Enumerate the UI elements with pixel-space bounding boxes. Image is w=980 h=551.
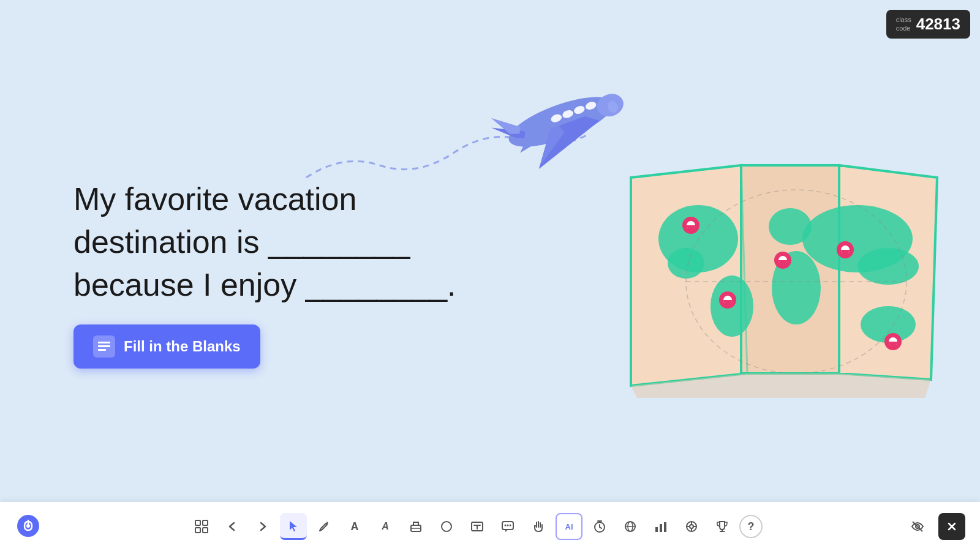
svg-point-53 bbox=[442, 522, 451, 531]
textbox-button[interactable] bbox=[464, 513, 491, 540]
trophy-button[interactable] bbox=[709, 513, 736, 540]
svg-rect-62 bbox=[655, 527, 658, 532]
svg-rect-45 bbox=[98, 349, 106, 351]
toolbar-left bbox=[15, 513, 47, 540]
content-text: My favorite vacation destination is ____… bbox=[74, 178, 456, 307]
hand-button[interactable] bbox=[525, 513, 552, 540]
svg-rect-63 bbox=[660, 524, 662, 532]
chart-button[interactable] bbox=[647, 513, 674, 540]
pen-button[interactable] bbox=[311, 513, 337, 540]
text-line3: because I enjoy ________. bbox=[74, 263, 456, 306]
svg-rect-49 bbox=[203, 520, 208, 525]
svg-point-58 bbox=[510, 525, 511, 527]
text-line2: destination is ________ bbox=[74, 220, 456, 263]
map-illustration bbox=[625, 159, 943, 398]
exit-button[interactable] bbox=[938, 513, 965, 540]
laser-button[interactable] bbox=[617, 513, 644, 540]
toolbar-right bbox=[904, 513, 965, 540]
class-code-label: class code bbox=[896, 16, 911, 32]
shape-button[interactable] bbox=[433, 513, 460, 540]
ai-button[interactable]: AI bbox=[556, 513, 582, 540]
text-style-button[interactable]: A bbox=[372, 513, 399, 540]
text-line1: My favorite vacation bbox=[74, 178, 456, 220]
svg-rect-43 bbox=[98, 342, 110, 343]
eraser-button[interactable] bbox=[402, 513, 429, 540]
grid-button[interactable] bbox=[188, 513, 215, 540]
hide-button[interactable] bbox=[904, 513, 931, 540]
svg-point-23 bbox=[858, 248, 919, 285]
fill-button-label: Fill in the Blanks bbox=[124, 338, 241, 355]
main-text: My favorite vacation destination is ____… bbox=[74, 178, 456, 307]
fill-in-blanks-button[interactable]: Fill in the Blanks bbox=[74, 324, 260, 369]
wheel-button[interactable] bbox=[678, 513, 705, 540]
help-button[interactable]: ? bbox=[739, 515, 763, 538]
timer-button[interactable] bbox=[586, 513, 613, 540]
toolbar: A A bbox=[0, 502, 980, 551]
select-button[interactable] bbox=[280, 513, 307, 540]
main-area: class code 42813 bbox=[0, 0, 980, 502]
chat-button[interactable] bbox=[494, 513, 521, 540]
toolbar-center: A A bbox=[47, 513, 904, 540]
fill-button-icon bbox=[93, 335, 115, 358]
text-button[interactable]: A bbox=[341, 513, 368, 540]
back-button[interactable] bbox=[219, 513, 246, 540]
ai-label: AI bbox=[565, 522, 573, 531]
class-code-number: 42813 bbox=[916, 15, 960, 34]
class-code-badge: class code 42813 bbox=[886, 10, 970, 39]
svg-rect-51 bbox=[203, 528, 208, 533]
svg-rect-48 bbox=[195, 520, 200, 525]
svg-point-56 bbox=[505, 525, 507, 527]
svg-point-18 bbox=[668, 248, 704, 279]
svg-point-57 bbox=[507, 525, 509, 527]
svg-rect-64 bbox=[664, 522, 666, 532]
svg-rect-50 bbox=[195, 528, 200, 533]
svg-point-66 bbox=[690, 525, 693, 528]
svg-rect-44 bbox=[98, 345, 110, 347]
logo-button[interactable] bbox=[15, 513, 42, 540]
forward-button[interactable] bbox=[249, 513, 276, 540]
